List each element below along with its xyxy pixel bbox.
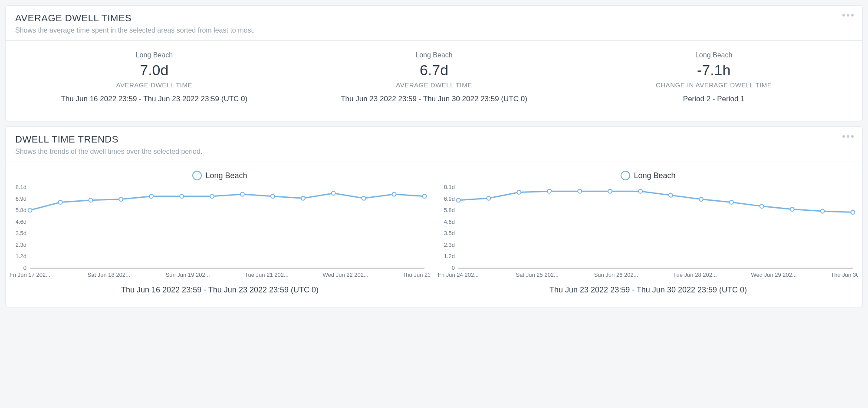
svg-point-46 — [699, 197, 703, 201]
stat-period: Thu Jun 16 2022 23:59 - Thu Jun 23 2022 … — [14, 95, 294, 103]
svg-text:1.2d: 1.2d — [16, 253, 26, 259]
stat-value: -7.1h — [574, 62, 854, 79]
svg-point-14 — [180, 194, 184, 198]
svg-point-11 — [89, 198, 92, 202]
stat-label: AVERAGE DWELL TIME — [294, 81, 574, 89]
legend-marker-icon — [621, 171, 630, 180]
svg-point-44 — [638, 189, 642, 193]
chart-period2: Long Beach 01.2d2.3d3.5d4.6d5.8d6.9d8.1d… — [438, 171, 858, 295]
svg-point-20 — [362, 196, 366, 200]
average-dwell-times-card: AVERAGE DWELL TIMES Shows the average ti… — [5, 5, 863, 121]
more-icon[interactable] — [842, 13, 855, 17]
svg-text:8.1d: 8.1d — [16, 185, 26, 190]
charts-row: Long Beach 01.2d2.3d3.5d4.6d5.8d6.9d8.1d… — [6, 162, 862, 307]
card-title: AVERAGE DWELL TIMES — [15, 13, 853, 24]
chart-legend[interactable]: Long Beach — [192, 171, 247, 180]
chart-caption: Thu Jun 23 2022 23:59 - Thu Jun 30 2022 … — [549, 285, 747, 295]
stat-value: 6.7d — [294, 62, 574, 79]
stat-value: 7.0d — [14, 62, 294, 79]
svg-text:6.9d: 6.9d — [16, 196, 26, 202]
stat-period2: Long Beach 6.7d AVERAGE DWELL TIME Thu J… — [294, 51, 574, 103]
svg-text:Tue Jun 28 202...: Tue Jun 28 202... — [673, 272, 717, 278]
svg-point-45 — [669, 193, 673, 197]
stat-period: Thu Jun 23 2022 23:59 - Thu Jun 30 2022 … — [294, 95, 574, 103]
svg-text:Sun Jun 26 202...: Sun Jun 26 202... — [594, 272, 638, 278]
svg-text:5.8d: 5.8d — [16, 207, 26, 213]
legend-label: Long Beach — [634, 171, 675, 180]
svg-text:Fri Jun 24 202...: Fri Jun 24 202... — [438, 272, 479, 278]
svg-text:4.6d: 4.6d — [444, 219, 455, 225]
svg-point-50 — [821, 209, 825, 213]
card-subtitle: Shows the trends of the dwell times over… — [15, 148, 853, 156]
svg-point-15 — [210, 194, 214, 198]
line-chart: 01.2d2.3d3.5d4.6d5.8d6.9d8.1dFri Jun 17 … — [10, 185, 430, 280]
svg-point-13 — [149, 194, 153, 198]
svg-point-38 — [457, 198, 460, 202]
card-subtitle: Shows the average time spent in the sele… — [15, 27, 853, 34]
svg-text:8.1d: 8.1d — [444, 185, 455, 190]
legend-label: Long Beach — [205, 171, 247, 180]
svg-point-18 — [301, 196, 305, 200]
svg-point-47 — [730, 200, 733, 204]
svg-point-51 — [851, 210, 855, 214]
chart-caption: Thu Jun 16 2022 23:59 - Thu Jun 23 2022 … — [121, 285, 319, 295]
svg-point-10 — [58, 200, 62, 204]
stat-location: Long Beach — [574, 51, 854, 59]
svg-text:Sat Jun 25 202...: Sat Jun 25 202... — [516, 272, 559, 278]
stat-location: Long Beach — [294, 51, 574, 59]
legend-marker-icon — [192, 171, 202, 180]
chart-legend[interactable]: Long Beach — [621, 171, 675, 180]
card-title: DWELL TIME TRENDS — [15, 134, 853, 145]
svg-text:2.3d: 2.3d — [444, 242, 455, 248]
svg-text:1.2d: 1.2d — [444, 253, 455, 259]
stat-label: CHANGE IN AVERAGE DWELL TIME — [574, 81, 854, 89]
svg-text:4.6d: 4.6d — [16, 219, 26, 225]
stat-label: AVERAGE DWELL TIME — [14, 81, 294, 89]
svg-point-39 — [487, 196, 490, 200]
svg-point-41 — [547, 189, 551, 193]
more-icon[interactable] — [842, 135, 855, 138]
svg-point-49 — [790, 207, 794, 211]
svg-text:Sat Jun 18 202...: Sat Jun 18 202... — [88, 272, 130, 278]
chart-period1: Long Beach 01.2d2.3d3.5d4.6d5.8d6.9d8.1d… — [10, 171, 430, 295]
dwell-time-trends-card: DWELL TIME TRENDS Shows the trends of th… — [5, 126, 863, 307]
stat-period1: Long Beach 7.0d AVERAGE DWELL TIME Thu J… — [14, 51, 294, 103]
svg-text:5.8d: 5.8d — [444, 207, 455, 213]
svg-text:3.5d: 3.5d — [444, 230, 455, 236]
svg-text:Tue Jun 21 202...: Tue Jun 21 202... — [245, 272, 289, 278]
svg-point-17 — [271, 194, 275, 198]
svg-point-12 — [119, 197, 123, 201]
svg-text:Thu Jun 30 202...: Thu Jun 30 202... — [831, 272, 858, 278]
card-header: AVERAGE DWELL TIMES Shows the average ti… — [6, 6, 862, 41]
svg-point-48 — [760, 204, 764, 208]
svg-point-9 — [28, 208, 32, 212]
stat-change: Long Beach -7.1h CHANGE IN AVERAGE DWELL… — [574, 51, 854, 103]
svg-text:3.5d: 3.5d — [16, 230, 26, 236]
card-header: DWELL TIME TRENDS Shows the trends of th… — [6, 127, 862, 162]
svg-point-21 — [392, 192, 396, 196]
svg-point-22 — [423, 194, 427, 198]
svg-point-43 — [608, 189, 612, 193]
svg-point-16 — [240, 192, 244, 196]
svg-text:Thu Jun 23 202...: Thu Jun 23 202... — [402, 272, 430, 278]
svg-text:0: 0 — [452, 265, 455, 271]
svg-point-19 — [332, 191, 335, 195]
svg-text:6.9d: 6.9d — [444, 196, 455, 202]
line-chart: 01.2d2.3d3.5d4.6d5.8d6.9d8.1dFri Jun 24 … — [438, 185, 858, 280]
svg-point-42 — [578, 189, 582, 193]
svg-text:Fri Jun 17 202...: Fri Jun 17 202... — [10, 272, 50, 278]
svg-text:2.3d: 2.3d — [16, 242, 26, 248]
stat-location: Long Beach — [14, 51, 294, 59]
svg-point-40 — [517, 190, 521, 194]
svg-text:Sun Jun 19 202...: Sun Jun 19 202... — [166, 272, 210, 278]
svg-text:0: 0 — [23, 265, 26, 271]
stat-period: Period 2 - Period 1 — [574, 95, 854, 103]
svg-text:Wed Jun 22 202...: Wed Jun 22 202... — [323, 272, 368, 278]
svg-text:Wed Jun 29 202...: Wed Jun 29 202... — [751, 272, 797, 278]
stats-row: Long Beach 7.0d AVERAGE DWELL TIME Thu J… — [6, 41, 862, 121]
